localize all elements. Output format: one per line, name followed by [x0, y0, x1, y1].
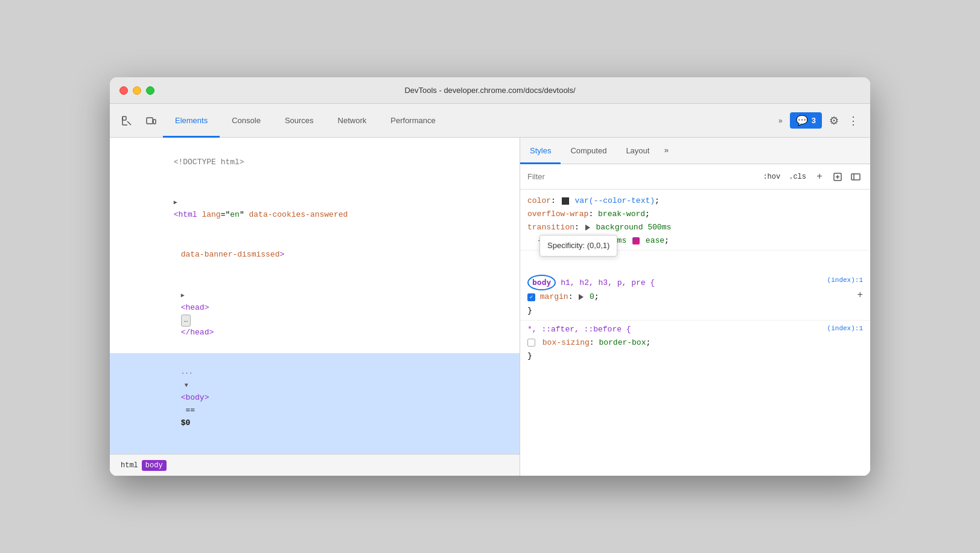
- expand-margin-icon[interactable]: [579, 294, 584, 300]
- add-property-button-1[interactable]: +: [857, 290, 863, 300]
- main-area: <!DOCTYPE html> ▶ <html lang="en" data-c…: [110, 138, 870, 476]
- more-tabs-button[interactable]: »: [774, 114, 788, 127]
- filter-bar: :hov .cls +: [520, 164, 870, 190]
- easing-swatch[interactable]: [632, 237, 640, 245]
- issues-badge-button[interactable]: 💬 3: [790, 112, 822, 129]
- titlebar: DevTools - developer.chrome.com/docs/dev…: [110, 77, 870, 104]
- maximize-button[interactable]: [146, 86, 154, 95]
- dom-line-div-scaffold[interactable]: ▶ <div class="scaffold"> … </div> grid: [110, 443, 520, 454]
- tabs-right: » 💬 3 ⚙ ⋮: [774, 104, 865, 137]
- devtools-window: Elements Console Sources Network Perform…: [110, 104, 870, 476]
- styles-tab-layout[interactable]: Layout: [616, 138, 659, 164]
- expand-arrow-body[interactable]: ▼: [181, 382, 192, 389]
- dom-line-html-cont: data-banner-dismissed>: [110, 235, 520, 275]
- styles-tab-styles[interactable]: Styles: [520, 138, 561, 164]
- expand-icon[interactable]: ▶: [181, 292, 185, 299]
- hov-button[interactable]: :hov: [760, 171, 783, 182]
- body-selector-row: body h1, h2, h3, p, pre { (index):1: [527, 275, 863, 290]
- settings-button[interactable]: ⚙: [824, 111, 844, 130]
- css-close-brace-2: }: [527, 350, 863, 363]
- more-options-button[interactable]: ⋮: [846, 111, 861, 130]
- styles-tabs: Styles Computed Layout »: [520, 138, 870, 164]
- svg-rect-0: [122, 117, 126, 120]
- breadcrumb-bar: html body: [110, 454, 520, 476]
- dom-line-body[interactable]: ··· ▼ <body> == $0: [110, 353, 520, 444]
- dom-line-html[interactable]: ▶ <html lang="en" data-cookies-answered: [110, 182, 520, 235]
- expand-transition-icon[interactable]: [585, 225, 590, 231]
- css-prop-overflow-wrap: overflow-wrap: break-word;: [527, 208, 863, 221]
- dom-tree[interactable]: <!DOCTYPE html> ▶ <html lang="en" data-c…: [110, 138, 520, 454]
- issues-icon: 💬: [796, 115, 808, 126]
- universal-selector-row: *, ::after, ::before { (index):1: [527, 323, 863, 336]
- index-link-1[interactable]: (index):1: [827, 275, 863, 286]
- body-selector-badge: body: [527, 275, 556, 290]
- css-boxsizing-row: box-sizing: border-box;: [527, 336, 863, 350]
- tab-network[interactable]: Network: [326, 104, 379, 138]
- css-prop-transition: transition: background 500ms: [527, 221, 863, 234]
- device-toggle-icon[interactable]: [140, 110, 162, 132]
- head-ellipsis[interactable]: …: [181, 315, 191, 327]
- tab-console[interactable]: Console: [220, 104, 273, 138]
- breadcrumb-body[interactable]: body: [142, 460, 167, 471]
- css-close-brace-1: }: [527, 304, 863, 318]
- css-prop-color: color: var(--color-text);: [527, 194, 863, 208]
- index-link-2[interactable]: (index):1: [827, 323, 863, 334]
- filter-buttons: :hov .cls +: [760, 170, 863, 184]
- toggle-classes-button[interactable]: [848, 170, 863, 184]
- margin-checkbox[interactable]: ✓: [527, 293, 535, 301]
- tab-sources[interactable]: Sources: [273, 104, 326, 138]
- styles-tab-more[interactable]: »: [659, 138, 673, 164]
- cls-button[interactable]: .cls: [786, 171, 809, 182]
- issues-count: 3: [812, 116, 816, 125]
- dom-panel: <!DOCTYPE html> ▶ <html lang="en" data-c…: [110, 138, 520, 476]
- style-rule-universal: *, ::after, ::before { (index):1 box-siz…: [520, 320, 870, 365]
- filter-input[interactable]: [527, 172, 756, 181]
- styles-panel: Styles Computed Layout » :hov .cls: [520, 138, 870, 476]
- css-margin-row: ✓ margin: 0; +: [527, 290, 863, 304]
- close-button[interactable]: [119, 86, 128, 95]
- new-stylesheet-button[interactable]: [830, 170, 845, 184]
- tab-performance[interactable]: Performance: [378, 104, 447, 138]
- inspect-element-icon[interactable]: [116, 110, 138, 132]
- expand-icon[interactable]: ▶: [174, 199, 177, 206]
- add-style-button[interactable]: +: [812, 170, 827, 184]
- svg-rect-8: [851, 174, 860, 180]
- window-title: DevTools - developer.chrome.com/docs/dev…: [404, 86, 575, 95]
- style-rule-body: Specificity: (0,0,1) body h1, h2, h3, p,…: [520, 250, 870, 319]
- dom-line-doctype: <!DOCTYPE html>: [110, 142, 520, 182]
- dom-line-head[interactable]: ▶ <head> … </head>: [110, 275, 520, 353]
- panel-tabs: Elements Console Sources Network Perform…: [163, 104, 774, 137]
- styles-tab-computed[interactable]: Computed: [561, 138, 616, 164]
- specificity-tooltip: Specificity: (0,0,1): [539, 235, 617, 257]
- styles-content: color: var(--color-text); overflow-wrap:…: [520, 190, 870, 476]
- breadcrumb-html[interactable]: html: [117, 460, 142, 471]
- minimize-button[interactable]: [133, 86, 141, 95]
- svg-rect-3: [147, 118, 153, 124]
- tab-elements[interactable]: Elements: [163, 104, 220, 138]
- color-swatch[interactable]: [562, 197, 569, 205]
- tabs-bar: Elements Console Sources Network Perform…: [110, 104, 870, 138]
- boxsizing-checkbox[interactable]: [527, 339, 535, 347]
- svg-rect-4: [153, 120, 156, 124]
- traffic-lights: [119, 86, 154, 95]
